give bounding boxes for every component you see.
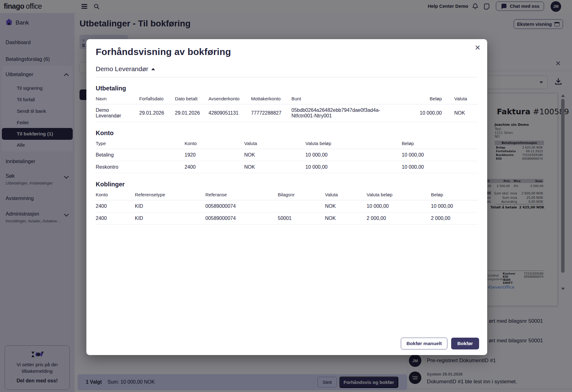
cell-konto: 1920 <box>185 149 244 161</box>
col-valuta-belop: Valuta beløp <box>305 138 402 149</box>
table-row: Reskontro 2400 NOK 10 000,00 10 000,00 <box>96 161 478 173</box>
cell-bilagsnr <box>278 200 325 212</box>
col-belop: Beløp <box>431 189 478 200</box>
col-mottakerkonto: Mottakerkonto <box>251 93 291 104</box>
section-heading-koblinger: Koblinger <box>96 181 478 188</box>
col-avsenderkonto: Avsenderkonto <box>208 93 251 104</box>
divider <box>96 77 478 77</box>
cell-navn: Demo Leverandør <box>96 104 139 122</box>
konto-table: Type Konto Valuta Valuta beløp Beløp Bet… <box>96 138 478 173</box>
col-forfallsdato: Forfallsdato <box>139 93 175 104</box>
section-heading-utbetaling: Utbetaling <box>96 85 478 92</box>
cell-valuta: NOK <box>244 149 305 161</box>
cell-bilagsnr: 50001 <box>278 212 325 225</box>
modal-title: Forhåndsvisning av bokføring <box>96 47 478 57</box>
cell-referensetype: KID <box>135 212 205 225</box>
cell-belop: 10 000,00 <box>410 104 450 122</box>
cell-konto: 2400 <box>185 161 244 173</box>
table-header-row: Type Konto Valuta Valuta beløp Beløp <box>96 138 478 149</box>
col-bilagsnr: Bilagsnr <box>278 189 325 200</box>
col-belop: Beløp <box>402 138 478 149</box>
col-referensetype: Referensetype <box>135 189 205 200</box>
cell-valuta: NOK <box>325 212 367 225</box>
table-header-row: Navn Forfallsdato Dato betalt Avsenderko… <box>96 93 478 104</box>
col-belop: Beløp <box>410 93 450 104</box>
cell-valuta-belop: 2 000,00 <box>367 212 431 225</box>
post-button[interactable]: Bokfør <box>451 338 479 349</box>
col-bunt: Bunt <box>291 93 410 104</box>
cell-valuta: NOK <box>244 161 305 173</box>
table-header-row: Konto Referensetype Referanse Bilagsnr V… <box>96 189 478 200</box>
table-row: Demo Leverandør 29.01.2026 29.01.2026 42… <box>96 104 478 122</box>
section-heading-konto: Konto <box>96 130 478 137</box>
table-row: Betaling 1920 NOK 10 000,00 10 000,00 <box>96 149 478 161</box>
cell-mottakerkonto: 77772288827 <box>251 104 291 122</box>
cell-referanse: 00589000074 <box>205 212 278 225</box>
caret-up-icon <box>151 68 155 70</box>
cell-bunt: 05bdb0264a26482ebb7947dae0f3ad4a-Ntfctn0… <box>291 104 410 122</box>
utbetaling-table: Navn Forfallsdato Dato betalt Avsenderko… <box>96 93 478 122</box>
cell-belop: 2 000,00 <box>431 212 478 225</box>
close-icon[interactable]: × <box>475 43 480 52</box>
col-konto: Konto <box>185 138 244 149</box>
col-referanse: Referanse <box>205 189 278 200</box>
post-manually-button[interactable]: Bokfør manuelt <box>401 338 447 349</box>
col-valuta: Valuta <box>244 138 305 149</box>
supplier-name: Demo Leverandør <box>96 65 148 73</box>
cell-belop: 10 000,00 <box>402 149 478 161</box>
table-row: 2400 KID 00589000074 50001 NOK 2 000,00 … <box>96 212 478 225</box>
col-konto: Konto <box>96 189 135 200</box>
col-valuta: Valuta <box>325 189 367 200</box>
koblinger-table: Konto Referensetype Referanse Bilagsnr V… <box>96 189 478 225</box>
col-dato-betalt: Dato betalt <box>175 93 208 104</box>
col-type: Type <box>96 138 185 149</box>
table-row: 2400 KID 00589000074 NOK 10 000,00 10 00… <box>96 200 478 212</box>
cell-type: Reskontro <box>96 161 185 173</box>
preview-modal: × Forhåndsvisning av bokføring Demo Leve… <box>86 39 487 355</box>
cell-valuta-belop: 10 000,00 <box>367 200 431 212</box>
cell-valuta: NOK <box>450 104 478 122</box>
col-valuta-belop: Valuta beløp <box>367 189 431 200</box>
supplier-toggle[interactable]: Demo Leverandør <box>96 65 478 73</box>
cell-referanse: 00589000074 <box>205 200 278 212</box>
cell-belop: 10 000,00 <box>402 161 478 173</box>
cell-valuta: NOK <box>325 200 367 212</box>
cell-valuta-belop: 10 000,00 <box>305 161 402 173</box>
col-navn: Navn <box>96 93 139 104</box>
cell-avsenderkonto: 42809051131 <box>208 104 251 122</box>
cell-belop: 10 000,00 <box>431 200 478 212</box>
col-valuta: Valuta <box>450 93 478 104</box>
modal-actions: Bokfør manuelt Bokfør <box>401 338 479 349</box>
cell-forfallsdato: 29.01.2026 <box>139 104 175 122</box>
cell-konto: 2400 <box>96 212 135 225</box>
cell-type: Betaling <box>96 149 185 161</box>
cell-valuta-belop: 10 000,00 <box>305 149 402 161</box>
cell-dato-betalt: 29.01.2026 <box>175 104 208 122</box>
cell-referensetype: KID <box>135 200 205 212</box>
cell-konto: 2400 <box>96 200 135 212</box>
